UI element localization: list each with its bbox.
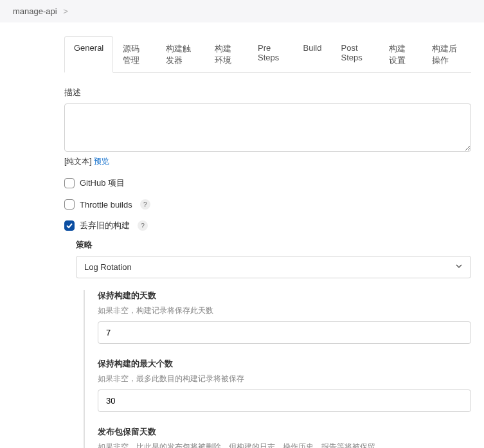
tab-build-env[interactable]: 构建环境 <box>205 36 248 73</box>
description-hint: [纯文本] 预览 <box>64 156 471 167</box>
tab-build-settings[interactable]: 构建设置 <box>379 36 422 73</box>
description-textarea[interactable] <box>64 103 471 152</box>
artifact-days-hint: 如果非空，比此早的发布包将被删除，但构建的日志、操作历史、报告等将被保留 <box>98 442 471 448</box>
throttle-help-icon[interactable]: ? <box>140 199 150 210</box>
days-keep-hint: 如果非空，构建记录将保存此天数 <box>98 305 471 316</box>
max-num-hint: 如果非空，最多此数目的构建记录将被保存 <box>98 373 471 384</box>
strategy-label: 策略 <box>76 239 471 251</box>
days-keep-input[interactable] <box>98 321 471 344</box>
max-num-title: 保持构建的最大个数 <box>98 358 471 370</box>
tab-scm[interactable]: 源码管理 <box>113 36 156 73</box>
github-checkbox[interactable] <box>64 178 75 188</box>
tab-triggers[interactable]: 构建触发器 <box>156 36 205 73</box>
preview-link[interactable]: 预览 <box>94 157 109 166</box>
breadcrumb-item[interactable]: manage-api <box>13 6 57 16</box>
strategy-value: Log Rotation <box>84 262 132 272</box>
breadcrumb: manage-api > <box>0 0 484 22</box>
discard-help-icon[interactable]: ? <box>138 220 148 231</box>
artifact-days-title: 发布包保留天数 <box>98 426 471 438</box>
throttle-checkbox[interactable] <box>64 199 75 210</box>
max-num-input[interactable] <box>98 390 471 412</box>
strategy-select[interactable]: Log Rotation <box>76 256 471 278</box>
tab-general[interactable]: General <box>64 36 113 73</box>
chevron-down-icon <box>455 262 463 272</box>
tab-bar: General 源码管理 构建触发器 构建环境 Pre Steps Build … <box>64 35 471 73</box>
tab-build[interactable]: Build <box>294 36 332 73</box>
days-keep-title: 保持构建的天数 <box>98 290 471 301</box>
tab-post-build[interactable]: 构建后操作 <box>422 36 471 73</box>
tab-post-steps[interactable]: Post Steps <box>331 36 379 73</box>
throttle-label: Throttle builds <box>80 200 132 210</box>
discard-label: 丢弃旧的构建 <box>80 220 130 231</box>
plaintext-label: [纯文本] <box>64 157 92 166</box>
tab-pre-steps[interactable]: Pre Steps <box>248 36 293 73</box>
description-label: 描述 <box>64 87 471 98</box>
discard-checkbox[interactable] <box>64 220 75 231</box>
breadcrumb-separator: > <box>63 6 68 16</box>
github-label: GitHub 项目 <box>80 177 125 189</box>
